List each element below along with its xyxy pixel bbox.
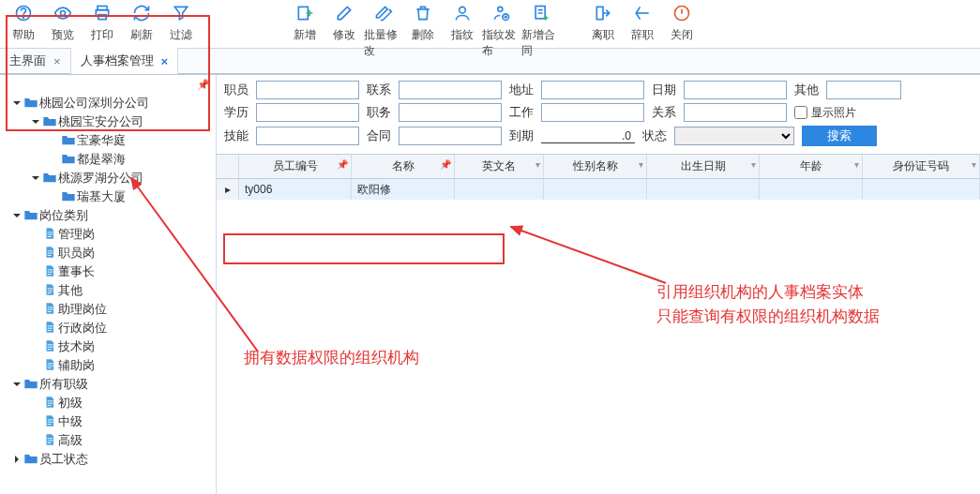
toolbar-refresh-button[interactable]: 刷新 [122,2,161,45]
column-header[interactable]: 身份证号码▾ [863,155,980,178]
tree-node[interactable]: 都是翠海 [4,150,216,169]
tree-node[interactable]: 技术岗 [4,337,216,356]
caret-icon[interactable] [30,172,41,185]
grid-header: 员工编号📌名称📌英文名▾性别名称▾出生日期▾年龄▾身份证号码▾ [217,155,980,179]
filter-合同-input[interactable] [399,127,502,145]
filter-学历-input[interactable] [256,103,359,122]
column-menu-icon[interactable]: ▾ [639,159,643,170]
filter-职员-input[interactable] [256,81,359,99]
filter-技能-input[interactable] [256,127,359,145]
tree-node[interactable]: 职员岗 [4,244,216,262]
table-row[interactable]: ▸ty006欧阳修 [217,179,980,200]
toolbar-batch-edit-button[interactable]: 批量修改 [364,2,403,61]
toolbar-filter-button[interactable]: 过滤 [161,2,201,45]
cell[interactable]: ty006 [239,179,352,200]
column-menu-icon[interactable]: ▾ [854,159,859,170]
filter-联系-input[interactable] [399,81,502,99]
filter-地址-input[interactable] [541,81,644,99]
tree-node[interactable]: 桃园公司深圳分公司 [4,94,216,112]
tree-node[interactable]: 董事长 [4,262,216,281]
tree-node[interactable]: 瑞基大厦 [4,187,216,206]
cell[interactable] [455,179,544,200]
toolbar-fingerprint-button[interactable]: 指纹 [443,2,482,45]
cell[interactable] [544,179,647,200]
caret-icon[interactable] [30,115,41,128]
filter-日期-input[interactable] [684,81,787,99]
filter-label: 日期 [652,82,684,98]
toolbar-edit-button[interactable]: 修改 [324,2,364,45]
file-icon [41,246,58,262]
filter-label: 关系 [652,104,684,121]
tree-node[interactable]: 岗位类别 [4,206,216,225]
column-menu-icon[interactable]: ▾ [535,159,540,170]
svg-point-2 [61,11,66,16]
filter-label: 地址 [509,82,541,98]
resign-icon [633,4,652,25]
column-header[interactable]: 年龄▾ [760,155,863,178]
tab-1[interactable]: 人事档案管理× [71,48,179,74]
column-menu-icon[interactable]: ▾ [972,159,976,170]
filter-工作-input[interactable] [541,103,644,122]
filter-其他-input[interactable] [826,81,901,99]
tab-close-icon[interactable]: × [161,54,169,68]
file-icon [41,414,58,430]
svg-rect-10 [535,7,545,19]
svg-point-8 [498,7,503,11]
toolbar-preview-button[interactable]: 预览 [43,2,83,45]
filter-状态-select[interactable] [674,127,794,145]
show-photo-checkbox[interactable] [794,106,807,119]
tree-node[interactable]: 初级 [4,394,216,412]
toolbar-close-button[interactable]: 关闭 [662,2,701,45]
show-photo-label: 显示照片 [811,105,856,121]
column-header[interactable]: 出生日期▾ [647,155,760,178]
tab-0[interactable]: 主界面× [0,48,71,74]
tree-node[interactable]: 管理岗 [4,225,216,244]
tree-node[interactable]: 其他 [4,281,216,300]
toolbar-print-button[interactable]: 打印 [83,2,122,45]
column-header[interactable]: 性别名称▾ [544,155,647,178]
toolbar-help-button[interactable]: 帮助 [4,2,43,45]
caret-icon[interactable] [11,209,23,222]
tree-node[interactable]: 中级 [4,412,216,431]
caret-icon[interactable] [11,97,23,110]
filter-职务-input[interactable] [399,103,502,122]
print-icon [93,4,112,25]
tree-node[interactable]: 桃园宝安分公司 [4,112,216,131]
toolbar-leave-button[interactable]: 离职 [583,2,623,45]
tree-node[interactable]: 助理岗位 [4,300,216,319]
cell[interactable]: 欧阳修 [352,179,455,200]
tree-node[interactable]: 宝豪华庭 [4,131,216,150]
sidebar-pin[interactable]: 📌 [0,79,216,92]
toolbar-new-contract-button[interactable]: 新增合同 [521,2,561,61]
toolbar-fp-publish-button[interactable]: 指纹发布 [482,2,521,61]
tab-close-icon[interactable]: × [53,54,61,68]
toolbar-delete-button[interactable]: 删除 [403,2,443,45]
caret-icon[interactable] [11,453,23,466]
tree-node[interactable]: 员工状态 [4,450,216,469]
filter-关系-input[interactable] [684,103,787,122]
toolbar-resign-button[interactable]: 辞职 [623,2,662,45]
column-header[interactable]: 英文名▾ [455,155,544,178]
folder-closed-icon [41,114,58,130]
filter-label: 工作 [509,104,541,121]
tree-node[interactable]: 桃源罗湖分公司 [4,169,216,187]
filter-到期-input[interactable]: .0 [541,129,635,143]
filter-label: 职务 [367,104,399,121]
tree-node[interactable]: 辅助岗 [4,356,216,375]
pin-icon[interactable]: 📌 [440,159,451,170]
toolbar-add-button[interactable]: 新增 [285,2,324,45]
caret-icon[interactable] [11,378,23,391]
tree-node[interactable]: 行政岗位 [4,319,216,337]
column-header[interactable]: 员工编号📌 [239,155,352,178]
tree-node[interactable]: 高级 [4,431,216,450]
folder-closed-icon [23,208,39,224]
cell[interactable] [647,179,760,200]
column-header[interactable]: 名称📌 [352,155,455,178]
cell[interactable] [863,179,980,200]
column-menu-icon[interactable]: ▾ [751,159,756,170]
cell[interactable] [760,179,863,200]
toolbar: 帮助预览打印刷新过滤新增修改批量修改删除指纹指纹发布新增合同离职辞职关闭 [0,0,980,49]
search-button[interactable]: 搜索 [802,126,877,146]
tree-node[interactable]: 所有职级 [4,375,216,394]
pin-icon[interactable]: 📌 [337,159,348,170]
